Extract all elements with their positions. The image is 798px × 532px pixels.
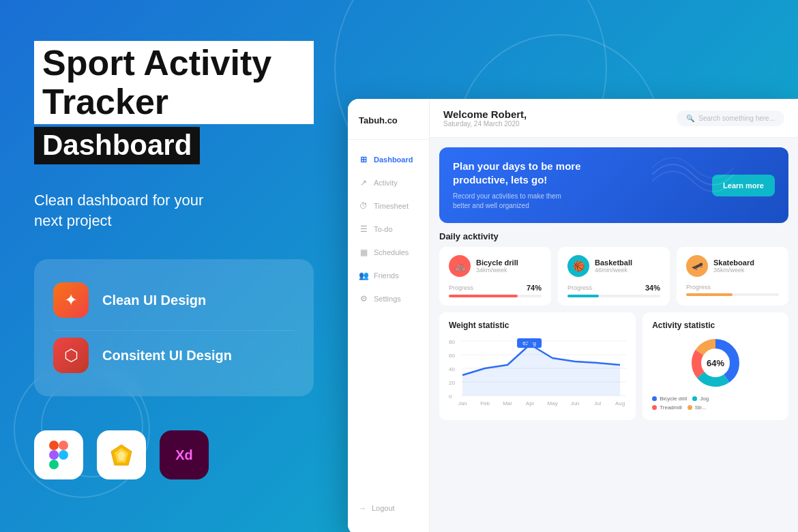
bicycle-icon: 🚲 [449,255,471,277]
feature-icon-consistent-ui: ⬡ [53,338,89,373]
bicycle-frequency: 34km/week [476,267,518,274]
left-panel: Sport Activity Tracker Dashboard Clean d… [0,0,348,532]
feature-item-clean-ui: ✦ Clean UI Design [53,276,295,325]
dashboard-panel: Tabuh.co ⊞ Dashboard ↗ Activity ⏱ Timesh… [348,99,798,532]
svg-rect-4 [49,460,59,469]
sidebar-item-activity[interactable]: ↗ Activity [348,171,429,194]
skateboard-progress-label: Progress [686,284,711,291]
sidebar-item-settings[interactable]: ⚙ Settings [348,287,429,310]
figma-icon [34,430,83,479]
feature-cards: ✦ Clean UI Design ⬡ Consitent UI Design [34,259,314,396]
basketball-icon: 🏀 [567,255,589,277]
legend-dot-bicycle [652,396,657,401]
skateboard-name: Skateboard [713,258,754,267]
svg-text:40: 40 [449,366,455,372]
activity-cards: 🚲 Bicycle drill 34km/week Progress 74% [430,247,798,306]
feature-item-consistent-ui: ⬡ Consitent UI Design [53,330,295,380]
daily-activity-title: Daily acktivity [430,223,798,247]
activity-card-basketball: 🏀 Basketball 46min/week Progress 34% [558,247,670,306]
svg-text:Mar: Mar [503,400,512,407]
legend-item-bicycle: Bicycle drill [652,396,687,402]
donut-wrapper: 64% [688,336,743,390]
schedules-icon: ▦ [359,248,368,257]
main-title: Sport Activity Tracker [34,41,314,124]
header: Welcome Robert, Saturday, 24 March 2020 … [430,99,798,138]
xd-icon: Xd [160,430,209,479]
svg-text:20: 20 [449,380,455,386]
svg-text:60: 60 [449,353,455,359]
bicycle-progress-fill [449,295,518,297]
activity-statistic-card: Activity statistic [642,312,788,420]
sidebar-spacer [348,310,429,497]
donut-center-pct: 64% [707,358,724,368]
basketball-progress-pct: 34% [645,284,660,292]
skateboard-icon: 🛹 [686,255,708,277]
svg-rect-0 [49,441,59,450]
weight-statistic-title: Weight statistic [449,321,626,330]
sidebar-item-timesheet[interactable]: ⏱ Timesheet [348,194,429,218]
legend-label-str: Str... [695,404,706,411]
sidebar-label-todo: To-do [374,225,393,233]
sidebar-label-friends: Friends [374,271,399,280]
sidebar-label-timesheet: Timesheet [374,202,409,210]
sidebar-label-dashboard: Dashboard [374,156,413,164]
svg-point-21 [527,342,533,347]
sidebar-label-schedules: Schedules [374,248,409,256]
legend-dot-str [688,405,692,410]
skateboard-frequency: 36km/week [713,267,754,274]
banner-text: Plan your days to be more productive, le… [453,160,603,211]
activity-card-skateboard: 🛹 Skateboard 36km/week Progress [677,247,788,306]
svg-text:Jun: Jun [571,400,580,407]
basketball-progress-row: Progress 34% [567,284,660,292]
dashboard-icon: ⊞ [359,155,368,164]
activity-icon: ↗ [359,178,368,188]
header-search[interactable]: 🔍 Search something here... [677,110,784,126]
sidebar-item-friends[interactable]: 👥 Friends [348,264,429,287]
svg-text:Jan: Jan [458,400,467,407]
sub-title: Dashboard [34,127,200,164]
todo-icon: ☰ [359,224,368,234]
activity-card-bicycle: 🚲 Bicycle drill 34km/week Progress 74% [439,247,551,306]
legend-dot-treadmill [652,405,657,410]
search-placeholder: Search something here... [698,115,775,122]
header-date: Saturday, 24 March 2020 [443,120,527,128]
sidebar-item-todo[interactable]: ☰ To-do [348,218,429,241]
legend-item-jog: Jog [692,396,709,402]
sidebar-item-dashboard[interactable]: ⊞ Dashboard [348,148,429,171]
main-content: Welcome Robert, Saturday, 24 March 2020 … [430,99,798,532]
sidebar-logout[interactable]: → Logout [348,497,429,519]
basketball-progress-track [567,295,660,297]
stats-row: Weight statistic 80 60 40 20 0 [430,306,798,430]
bicycle-progress-track [449,295,542,297]
skateboard-progress-track [686,293,779,296]
friends-icon: 👥 [359,271,368,280]
feature-icon-clean-ui: ✦ [53,282,89,318]
legend-label-jog: Jog [700,396,709,402]
sidebar-label-settings: Settings [374,295,401,303]
weight-statistic-card: Weight statistic 80 60 40 20 0 [439,312,636,420]
weight-chart: 80 60 40 20 0 [449,336,626,404]
subtitle: Clean dashboard for yournext project [34,190,314,233]
logout-label: Logout [372,504,395,512]
svg-text:Feb: Feb [480,400,490,407]
legend-item-treadmill: Treadmill [652,404,682,411]
basketball-progress-label: Progress [567,284,592,291]
bicycle-progress-label: Progress [449,284,473,291]
tool-icons: Xd [34,430,314,479]
svg-rect-3 [59,450,68,460]
basketball-name: Basketball [595,258,632,267]
basketball-card-header: 🏀 Basketball 46min/week [567,255,660,277]
sidebar-item-schedules[interactable]: ▦ Schedules [348,241,429,264]
svg-marker-18 [462,344,620,396]
legend-label-treadmill: Treadmill [660,404,682,411]
svg-text:Apr: Apr [526,400,535,407]
activity-statistic-title: Activity statistic [652,321,779,330]
skateboard-card-header: 🛹 Skateboard 36km/week [686,255,779,277]
title-block: Sport Activity Tracker Dashboard [34,41,314,164]
bicycle-name: Bicycle drill [476,258,518,267]
svg-text:80: 80 [449,339,455,345]
svg-text:May: May [548,400,558,407]
bicycle-progress-row: Progress 74% [449,284,542,292]
legend-label-bicycle: Bicycle drill [660,396,687,402]
sketch-icon [97,430,146,479]
